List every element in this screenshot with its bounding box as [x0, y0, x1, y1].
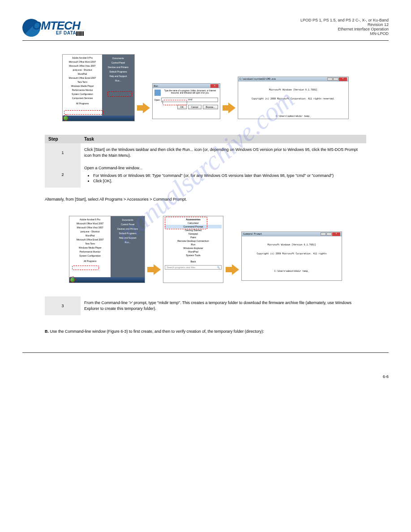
cancel-button: Cancel — [188, 105, 201, 109]
task-3: From the Command-line '>' prompt, type "… — [81, 296, 366, 315]
allprograms-highlight — [72, 266, 99, 270]
taskbar-2 — [69, 277, 145, 283]
step-b: B. Use the Command-line window (Figure 6… — [45, 329, 366, 335]
page-number: 6-6 — [383, 374, 389, 379]
cmd-window-panel-2: Command Prompt × Microsoft Windows [Vers… — [241, 232, 342, 281]
th-step: Step — [45, 135, 81, 143]
start-orb-highlight-1 — [63, 115, 69, 121]
ok-button: OK — [177, 105, 187, 109]
arrow-icon — [226, 263, 239, 276]
search-icon: 🔍 — [217, 266, 220, 269]
arrow-icon — [137, 101, 150, 115]
step-table-continued: 3 From the Command-line '>' prompt, type… — [45, 296, 366, 315]
run-title: Run — [154, 85, 158, 87]
th-task: Task — [81, 135, 366, 143]
cmd-title-1: C:\windows\system32\CMD.exe — [240, 78, 276, 81]
alt-text: Alternately, from [Start], select All Pr… — [45, 197, 366, 203]
arrow-icon — [147, 263, 161, 276]
close-icon: × — [210, 84, 218, 88]
accessories-highlight — [165, 217, 207, 229]
step-2: 2 — [45, 162, 81, 188]
figure-2: Adobe Acrobat 9 Pro Microsoft Office Wor… — [22, 216, 389, 283]
accessories-panel: Accessories Calculator Command Prompt Ge… — [163, 216, 223, 283]
arrow-icon — [223, 101, 235, 115]
browse-button: Browse... — [203, 105, 218, 109]
task-1: Click [Start] on the Windows taskbar and… — [81, 143, 366, 162]
logo-text-sub: EF DATA — [56, 30, 76, 35]
search-highlight-1 — [64, 110, 103, 115]
cmd-title-2: Command Prompt — [243, 233, 262, 236]
run-highlight-1 — [107, 91, 132, 97]
task-2: Open a Command-line window... For Window… — [81, 162, 366, 188]
logo: OMTECH EF DATA — [22, 18, 87, 38]
run-app-icon — [154, 90, 161, 96]
header-right: LPOD PS 1, PS 1.5, and PS 2 C-, X-, or K… — [300, 18, 389, 36]
start-menu-panel-2: Adobe Acrobat 9 Pro Microsoft Office Wor… — [69, 216, 145, 283]
step-3: 3 — [45, 296, 81, 315]
cmd-window-panel-1: C:\windows\system32\CMD.exe × Microsoft … — [238, 77, 349, 119]
run-dialog-panel: Run × Type the name of a program, folder… — [152, 83, 221, 119]
step-table: Step Task 1 Click [Start] on the Windows… — [45, 135, 366, 188]
close-icon: × — [332, 232, 340, 236]
search-placeholder: Search programs and files — [167, 266, 195, 269]
page-header: OMTECH EF DATA LPOD PS 1, PS 1.5, and PS… — [22, 18, 389, 38]
taskbar-1 — [63, 116, 134, 121]
run-input-highlight — [163, 100, 187, 105]
page-footer: 6-6 — [0, 374, 411, 379]
start-menu-panel-1: Adobe Acrobat 9 Pro Microsoft Office Wor… — [62, 54, 135, 121]
step-1: 1 — [45, 143, 81, 162]
run-open-label: Open: — [154, 99, 161, 101]
figure-1: Adobe Acrobat 9 Pro Microsoft Office Wor… — [22, 54, 389, 121]
close-icon: × — [339, 77, 347, 81]
run-description: Type the name of a program, folder, docu… — [162, 90, 218, 94]
